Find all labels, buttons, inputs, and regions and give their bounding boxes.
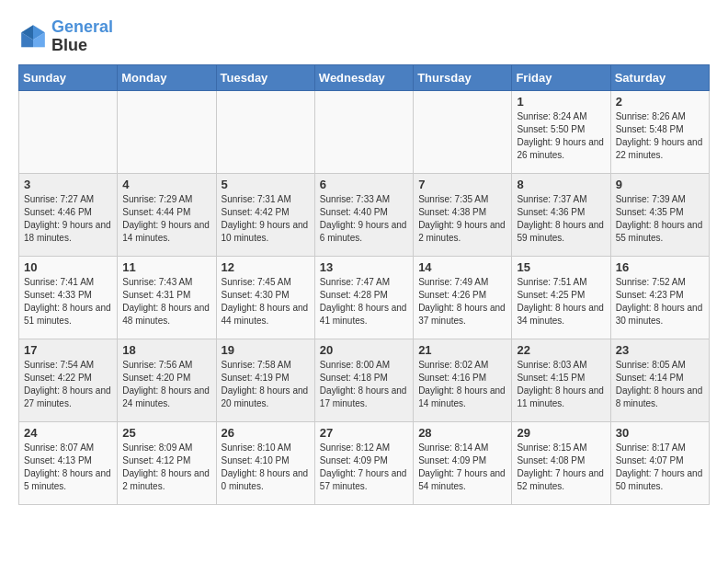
day-info: Sunrise: 8:12 AM Sunset: 4:09 PM Dayligh… (320, 442, 408, 493)
day-info: Sunrise: 8:15 AM Sunset: 4:08 PM Dayligh… (517, 442, 605, 493)
day-number: 5 (222, 178, 310, 191)
day-info: Sunrise: 8:03 AM Sunset: 4:15 PM Dayligh… (517, 359, 605, 410)
weekday-header-saturday: Saturday (610, 64, 709, 90)
day-info: Sunrise: 7:49 AM Sunset: 4:26 PM Dayligh… (418, 276, 506, 327)
logo: General Blue (18, 18, 113, 55)
day-number: 4 (122, 178, 210, 191)
day-info: Sunrise: 7:51 AM Sunset: 4:25 PM Dayligh… (517, 276, 605, 327)
calendar-cell: 12Sunrise: 7:45 AM Sunset: 4:30 PM Dayli… (216, 256, 314, 339)
day-number: 2 (616, 95, 704, 109)
day-number: 6 (320, 178, 408, 191)
day-number: 7 (418, 178, 506, 191)
calendar-cell: 23Sunrise: 8:05 AM Sunset: 4:14 PM Dayli… (610, 339, 709, 421)
calendar-cell: 20Sunrise: 8:00 AM Sunset: 4:18 PM Dayli… (314, 339, 413, 421)
calendar-cell: 30Sunrise: 8:17 AM Sunset: 4:07 PM Dayli… (610, 421, 709, 504)
day-info: Sunrise: 7:54 AM Sunset: 4:22 PM Dayligh… (24, 359, 112, 410)
day-number: 24 (24, 426, 112, 440)
day-number: 29 (517, 426, 605, 440)
day-number: 14 (418, 260, 506, 274)
calendar-cell: 24Sunrise: 8:07 AM Sunset: 4:13 PM Dayli… (19, 421, 118, 504)
day-number: 27 (320, 426, 408, 440)
day-info: Sunrise: 7:52 AM Sunset: 4:23 PM Dayligh… (616, 276, 704, 327)
weekday-header-sunday: Sunday (19, 64, 118, 90)
day-info: Sunrise: 7:56 AM Sunset: 4:20 PM Dayligh… (122, 359, 210, 410)
day-info: Sunrise: 8:07 AM Sunset: 4:13 PM Dayligh… (24, 442, 112, 493)
day-info: Sunrise: 8:14 AM Sunset: 4:09 PM Dayligh… (418, 442, 506, 493)
day-info: Sunrise: 8:26 AM Sunset: 5:48 PM Dayligh… (616, 110, 704, 162)
calendar-cell: 3Sunrise: 7:27 AM Sunset: 4:46 PM Daylig… (19, 173, 118, 256)
calendar-cell: 28Sunrise: 8:14 AM Sunset: 4:09 PM Dayli… (414, 421, 512, 504)
calendar-cell: 19Sunrise: 7:58 AM Sunset: 4:19 PM Dayli… (216, 339, 314, 421)
day-info: Sunrise: 7:33 AM Sunset: 4:40 PM Dayligh… (320, 193, 408, 245)
calendar-cell: 27Sunrise: 8:12 AM Sunset: 4:09 PM Dayli… (314, 421, 413, 504)
day-info: Sunrise: 8:17 AM Sunset: 4:07 PM Dayligh… (616, 442, 704, 493)
calendar-cell: 21Sunrise: 8:02 AM Sunset: 4:16 PM Dayli… (414, 339, 512, 421)
day-number: 19 (222, 343, 310, 357)
weekday-header-tuesday: Tuesday (216, 64, 314, 90)
week-row-2: 3Sunrise: 7:27 AM Sunset: 4:46 PM Daylig… (19, 173, 710, 256)
day-number: 9 (616, 178, 704, 191)
calendar-cell: 6Sunrise: 7:33 AM Sunset: 4:40 PM Daylig… (314, 173, 413, 256)
weekday-header-thursday: Thursday (414, 64, 512, 90)
calendar-cell (414, 90, 512, 173)
day-number: 18 (122, 343, 210, 357)
day-number: 23 (616, 343, 704, 357)
week-row-5: 24Sunrise: 8:07 AM Sunset: 4:13 PM Dayli… (19, 421, 710, 504)
day-number: 28 (418, 426, 506, 440)
calendar-cell: 13Sunrise: 7:47 AM Sunset: 4:28 PM Dayli… (314, 256, 413, 339)
day-number: 11 (122, 260, 210, 274)
day-info: Sunrise: 8:00 AM Sunset: 4:18 PM Dayligh… (320, 359, 408, 410)
calendar-cell: 25Sunrise: 8:09 AM Sunset: 4:12 PM Dayli… (118, 421, 216, 504)
calendar-cell: 18Sunrise: 7:56 AM Sunset: 4:20 PM Dayli… (118, 339, 216, 421)
day-number: 8 (517, 178, 605, 191)
calendar-cell: 9Sunrise: 7:39 AM Sunset: 4:35 PM Daylig… (610, 173, 709, 256)
week-row-4: 17Sunrise: 7:54 AM Sunset: 4:22 PM Dayli… (19, 339, 710, 421)
day-number: 13 (320, 260, 408, 274)
calendar-cell: 22Sunrise: 8:03 AM Sunset: 4:15 PM Dayli… (512, 339, 610, 421)
calendar-cell (314, 90, 413, 173)
day-info: Sunrise: 7:47 AM Sunset: 4:28 PM Dayligh… (320, 276, 408, 327)
day-info: Sunrise: 7:35 AM Sunset: 4:38 PM Dayligh… (418, 193, 506, 245)
calendar-cell: 2Sunrise: 8:26 AM Sunset: 5:48 PM Daylig… (610, 90, 709, 173)
day-info: Sunrise: 7:29 AM Sunset: 4:44 PM Dayligh… (122, 193, 210, 245)
day-info: Sunrise: 7:45 AM Sunset: 4:30 PM Dayligh… (222, 276, 310, 327)
day-number: 25 (122, 426, 210, 440)
day-info: Sunrise: 8:24 AM Sunset: 5:50 PM Dayligh… (517, 110, 605, 162)
calendar-cell: 17Sunrise: 7:54 AM Sunset: 4:22 PM Dayli… (19, 339, 118, 421)
calendar-cell: 16Sunrise: 7:52 AM Sunset: 4:23 PM Dayli… (610, 256, 709, 339)
day-number: 10 (24, 260, 112, 274)
day-number: 15 (517, 260, 605, 274)
logo-icon (18, 22, 48, 52)
day-info: Sunrise: 7:43 AM Sunset: 4:31 PM Dayligh… (122, 276, 210, 327)
day-number: 20 (320, 343, 408, 357)
day-number: 30 (616, 426, 704, 440)
day-info: Sunrise: 8:10 AM Sunset: 4:10 PM Dayligh… (222, 442, 310, 493)
calendar-cell: 8Sunrise: 7:37 AM Sunset: 4:36 PM Daylig… (512, 173, 610, 256)
calendar-table: SundayMondayTuesdayWednesdayThursdayFrid… (18, 64, 710, 505)
calendar-cell: 5Sunrise: 7:31 AM Sunset: 4:42 PM Daylig… (216, 173, 314, 256)
day-info: Sunrise: 7:37 AM Sunset: 4:36 PM Dayligh… (517, 193, 605, 245)
day-info: Sunrise: 7:58 AM Sunset: 4:19 PM Dayligh… (222, 359, 310, 410)
week-row-1: 1Sunrise: 8:24 AM Sunset: 5:50 PM Daylig… (19, 90, 710, 173)
weekday-header-row: SundayMondayTuesdayWednesdayThursdayFrid… (19, 64, 710, 90)
day-info: Sunrise: 7:41 AM Sunset: 4:33 PM Dayligh… (24, 276, 112, 327)
day-number: 17 (24, 343, 112, 357)
day-number: 1 (517, 95, 605, 109)
calendar-cell: 4Sunrise: 7:29 AM Sunset: 4:44 PM Daylig… (118, 173, 216, 256)
day-number: 26 (222, 426, 310, 440)
logo-text: General Blue (51, 18, 113, 55)
day-number: 16 (616, 260, 704, 274)
weekday-header-wednesday: Wednesday (314, 64, 413, 90)
calendar-cell (216, 90, 314, 173)
page-header: General Blue (18, 18, 710, 55)
weekday-header-monday: Monday (118, 64, 216, 90)
day-number: 3 (24, 178, 112, 191)
calendar-cell: 14Sunrise: 7:49 AM Sunset: 4:26 PM Dayli… (414, 256, 512, 339)
calendar-cell: 11Sunrise: 7:43 AM Sunset: 4:31 PM Dayli… (118, 256, 216, 339)
day-number: 21 (418, 343, 506, 357)
calendar-cell: 1Sunrise: 8:24 AM Sunset: 5:50 PM Daylig… (512, 90, 610, 173)
day-info: Sunrise: 7:27 AM Sunset: 4:46 PM Dayligh… (24, 193, 112, 245)
calendar-cell: 7Sunrise: 7:35 AM Sunset: 4:38 PM Daylig… (414, 173, 512, 256)
day-info: Sunrise: 7:31 AM Sunset: 4:42 PM Dayligh… (222, 193, 310, 245)
calendar-cell: 15Sunrise: 7:51 AM Sunset: 4:25 PM Dayli… (512, 256, 610, 339)
